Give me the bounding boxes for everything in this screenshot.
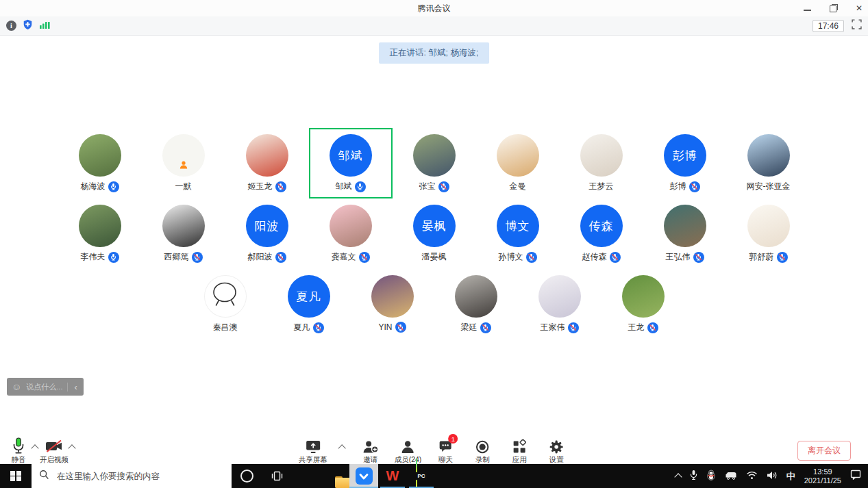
participant-tile[interactable]: YIN xyxy=(351,269,434,339)
participant-tile[interactable]: 西郷篤 xyxy=(142,198,225,269)
window-title: 腾讯会议 xyxy=(418,3,451,14)
settings-button[interactable]: 设置 xyxy=(543,437,569,465)
sketch-face-icon xyxy=(204,275,247,318)
participant-tile[interactable]: 王梦云 xyxy=(560,128,643,198)
taskbar-clock[interactable]: 13:59 2021/11/25 xyxy=(804,467,841,485)
taskbar-search[interactable] xyxy=(32,464,232,488)
avatar: 博文 xyxy=(497,205,539,247)
mic-muted-icon xyxy=(313,322,324,333)
invite-button[interactable]: 邀请 xyxy=(358,437,384,465)
search-input[interactable] xyxy=(55,471,224,482)
emoji-icon[interactable]: ☺ xyxy=(12,382,21,391)
minimize-button[interactable] xyxy=(802,3,812,13)
apps-button[interactable]: 应用 xyxy=(506,437,532,465)
participant-tile[interactable]: 王家伟 xyxy=(518,269,602,339)
ime-indicator[interactable]: 中 xyxy=(786,470,795,483)
windows-logo-icon xyxy=(10,471,21,482)
participant-tile[interactable]: 姬玉龙 xyxy=(225,128,309,198)
participant-name: 龚嘉文 xyxy=(332,251,356,263)
toolbar-label: 应用 xyxy=(512,455,527,465)
start-video-button[interactable]: 开启视频 xyxy=(40,437,69,465)
task-view-button[interactable] xyxy=(262,464,292,488)
wps-taskbar-button[interactable]: W xyxy=(378,464,407,488)
leave-meeting-button[interactable]: 离开会议 xyxy=(797,441,851,461)
participant-tile[interactable]: 李伟夫 xyxy=(58,198,142,269)
security-shield-icon[interactable] xyxy=(23,19,33,33)
toolbar-label: 设置 xyxy=(549,455,564,465)
mic-muted-icon xyxy=(610,252,621,263)
mic-on-icon xyxy=(355,181,366,192)
participant-tile[interactable]: 张宝 xyxy=(393,128,476,198)
quick-chat-bar[interactable]: ☺ 说点什么... ‹ xyxy=(7,378,84,396)
participant-tile[interactable]: 梁廷 xyxy=(434,269,518,339)
collapse-chat-icon[interactable]: ‹ xyxy=(73,383,78,391)
avatar xyxy=(497,134,539,177)
participant-tile[interactable]: 郭舒蔚 xyxy=(727,198,810,269)
participant-tile[interactable]: 传森赵传森 xyxy=(560,198,643,269)
mic-muted-icon xyxy=(526,252,537,263)
avatar xyxy=(747,134,790,177)
participant-tile[interactable]: 秦昌澳 xyxy=(184,269,267,339)
tray-microphone-icon[interactable] xyxy=(690,470,697,483)
participant-name: 邹斌 xyxy=(336,181,352,192)
record-button[interactable]: 录制 xyxy=(469,437,495,465)
edge-taskbar-button[interactable] xyxy=(292,464,321,488)
avatar xyxy=(455,275,497,318)
avatar: 阳波 xyxy=(246,205,288,247)
avatar: 晏枫 xyxy=(413,205,456,247)
participant-name: 彭博 xyxy=(670,181,686,192)
chat-button[interactable]: 聊天1 xyxy=(432,437,458,465)
tray-app-icon[interactable] xyxy=(725,470,737,483)
participant-name: 赵传森 xyxy=(582,251,607,263)
meeting-info-icon[interactable]: i xyxy=(6,21,16,31)
participant-name: 一默 xyxy=(175,181,192,192)
meeting-toolbar: 静音 开启视频 共享屏幕邀请成员(24)聊天1录制应用设置 离开会议 xyxy=(0,435,868,464)
record-icon xyxy=(475,437,490,454)
participant-tile[interactable]: 晏枫潘晏枫 xyxy=(393,198,476,269)
cortana-button[interactable] xyxy=(232,464,262,488)
pycharm-taskbar-button[interactable]: PC xyxy=(407,464,436,488)
clock-time: 13:59 xyxy=(813,467,832,476)
participant-tile[interactable]: 龚嘉文 xyxy=(309,198,393,269)
share-options-caret-icon[interactable] xyxy=(338,444,345,452)
participant-name: 李伟夫 xyxy=(81,251,106,263)
participant-tile[interactable]: 彭博彭博 xyxy=(643,128,727,198)
share-button[interactable]: 共享屏幕 xyxy=(299,437,327,465)
participant-tile[interactable]: 一默 xyxy=(142,128,225,198)
participant-tile[interactable]: 金曼 xyxy=(476,128,560,198)
participant-tile[interactable]: 王弘伟 xyxy=(643,198,727,269)
video-options-caret-icon[interactable] xyxy=(68,444,75,452)
tray-wifi-icon[interactable] xyxy=(746,470,758,483)
participant-tile[interactable]: 邹斌邹斌 xyxy=(309,128,393,198)
avatar: 彭博 xyxy=(664,134,706,177)
participant-tile[interactable]: 网安-张亚金 xyxy=(727,128,810,198)
toolbar-label: 邀请 xyxy=(363,455,377,465)
chat-input-placeholder[interactable]: 说点什么... xyxy=(26,382,62,392)
fullscreen-icon[interactable] xyxy=(852,19,862,32)
mic-muted-icon xyxy=(647,322,658,333)
participant-tile[interactable]: 阳波郝阳波 xyxy=(225,198,309,269)
mute-button[interactable]: 静音 xyxy=(5,437,32,465)
avatar xyxy=(622,275,665,318)
toolbar-label: 录制 xyxy=(475,455,490,465)
divider xyxy=(67,383,68,391)
network-signal-icon[interactable] xyxy=(39,20,50,32)
tray-volume-icon[interactable] xyxy=(767,470,778,483)
action-center-icon[interactable] xyxy=(850,470,861,483)
participant-tile[interactable]: 王龙 xyxy=(602,269,685,339)
toolbar-label: 共享屏幕 xyxy=(299,455,327,465)
mic-options-caret-icon[interactable] xyxy=(31,444,38,452)
participant-tile[interactable]: 杨海波 xyxy=(58,128,142,198)
chat-unread-badge: 1 xyxy=(448,434,458,444)
restore-button[interactable] xyxy=(828,3,838,13)
tencent-meeting-taskbar-button[interactable] xyxy=(349,464,378,488)
participant-tile[interactable]: 博文孙博文 xyxy=(476,198,560,269)
hidden-icons-caret-icon[interactable] xyxy=(674,473,682,480)
start-button[interactable] xyxy=(0,464,32,488)
participant-tile[interactable]: 夏凡夏凡 xyxy=(267,269,351,339)
explorer-taskbar-button[interactable] xyxy=(321,464,349,488)
tray-qq-icon[interactable] xyxy=(706,470,716,483)
close-button[interactable]: ✕ xyxy=(854,3,864,13)
meeting-statusbar: i 17:46 xyxy=(0,16,868,36)
settings-icon xyxy=(549,437,564,454)
